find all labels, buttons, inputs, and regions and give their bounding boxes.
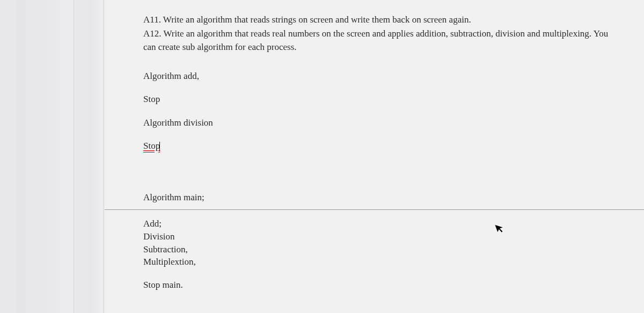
page-container: A11. Write an algorithm that reads strin… bbox=[16, 0, 644, 313]
line-stop-2: Stop bbox=[143, 139, 623, 153]
text-cursor bbox=[159, 142, 160, 151]
line-algo-add: Algorithm add, bbox=[143, 69, 623, 83]
line-algo-main: Algorithm main; bbox=[143, 191, 623, 205]
document-content[interactable]: A11. Write an algorithm that reads strin… bbox=[105, 0, 644, 313]
spellcheck-underline: Stop bbox=[143, 141, 160, 151]
question-a11: A11. Write an algorithm that reads strin… bbox=[143, 13, 623, 27]
list-item: Multiplextion, bbox=[143, 256, 623, 268]
list-item: Subtraction, bbox=[143, 243, 623, 256]
list-item: Add; bbox=[143, 217, 623, 230]
sub-list: Add; Division Subtraction, Multiplextion… bbox=[143, 217, 623, 268]
line-algo-division: Algorithm division bbox=[143, 116, 623, 130]
spacer bbox=[143, 163, 623, 191]
line-stop-main: Stop main. bbox=[143, 278, 623, 292]
margin-outer bbox=[16, 0, 74, 313]
list-item: Division bbox=[143, 230, 623, 243]
horizontal-rule bbox=[105, 209, 644, 210]
line-stop-1: Stop bbox=[143, 92, 623, 106]
question-block: A11. Write an algorithm that reads strin… bbox=[143, 13, 623, 54]
margin-inner bbox=[89, 0, 104, 313]
question-a12: A12. Write an algorithm that reads real … bbox=[143, 27, 623, 54]
